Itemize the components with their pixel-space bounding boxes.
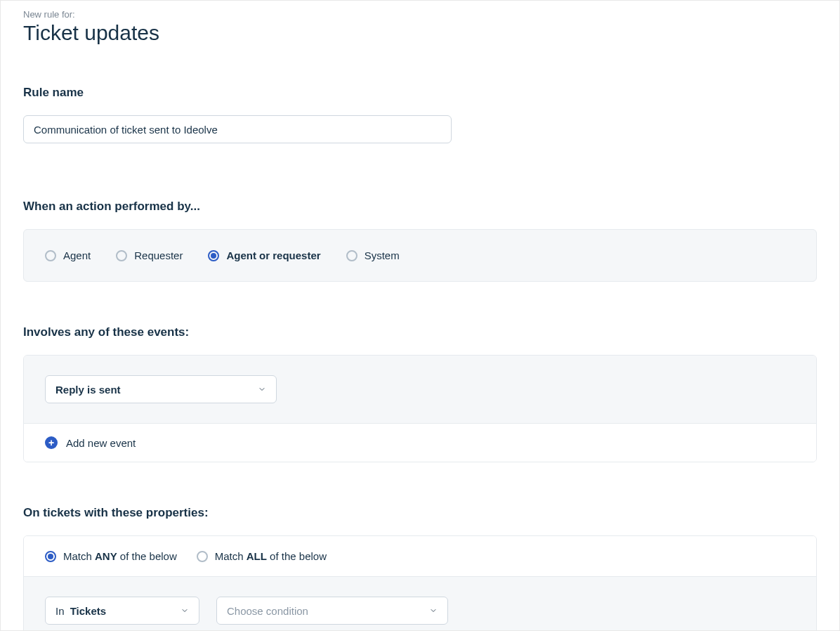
action-radio-group: AgentRequesterAgent or requesterSystem [45,249,795,261]
condition-select[interactable]: Choose condition [216,597,448,625]
events-label: Involves any of these events: [23,325,817,339]
properties-section: On tickets with these properties: Match … [23,506,817,631]
chevron-down-icon [429,605,438,617]
rule-name-section: Rule name [23,86,817,200]
action-radio-agent-or-requester[interactable]: Agent or requester [208,249,320,261]
scope-select-value: In Tickets [55,605,106,617]
events-panel-top: Reply is sent [24,356,816,424]
radio-icon [197,551,208,562]
scope-select[interactable]: In Tickets [45,597,199,625]
events-section: Involves any of these events: Reply is s… [23,325,817,462]
radio-icon [116,250,127,261]
radio-icon [346,250,357,261]
rule-name-input[interactable] [23,115,452,143]
radio-label: Match ALL of the below [215,550,327,562]
properties-label: On tickets with these properties: [23,506,817,520]
properties-panel: Match ANY of the belowMatch ALL of the b… [23,535,817,631]
match-radio-group: Match ANY of the belowMatch ALL of the b… [24,536,816,577]
radio-label: Agent [63,249,91,261]
event-select-value: Reply is sent [55,384,121,396]
add-event-button[interactable]: + Add new event [24,424,816,462]
header: New rule for: Ticket updates [23,9,817,45]
radio-icon [45,250,56,261]
plus-circle-icon: + [45,436,58,449]
radio-label: System [365,249,400,261]
action-section: When an action performed by... AgentRequ… [23,200,817,282]
condition-row: In Tickets Choose condition [24,577,816,631]
add-event-label: Add new event [66,437,136,449]
chevron-down-icon [258,384,266,396]
match-radio-all[interactable]: Match ALL of the below [197,550,327,562]
radio-label: Requester [134,249,183,261]
header-eyebrow: New rule for: [23,9,817,20]
event-select[interactable]: Reply is sent [45,375,277,403]
action-radio-requester[interactable]: Requester [116,249,183,261]
radio-icon [45,551,56,562]
condition-select-placeholder: Choose condition [227,605,308,617]
action-panel: AgentRequesterAgent or requesterSystem [23,229,817,282]
chevron-down-icon [181,605,189,617]
action-radio-system[interactable]: System [346,249,400,261]
radio-icon [208,250,219,261]
radio-label: Agent or requester [226,249,320,261]
action-label: When an action performed by... [23,200,817,214]
events-panel: Reply is sent + Add new event [23,355,817,462]
page-title: Ticket updates [23,21,817,45]
match-radio-any[interactable]: Match ANY of the below [45,550,177,562]
radio-label: Match ANY of the below [63,550,177,562]
rule-name-label: Rule name [23,86,817,100]
action-radio-agent[interactable]: Agent [45,249,91,261]
